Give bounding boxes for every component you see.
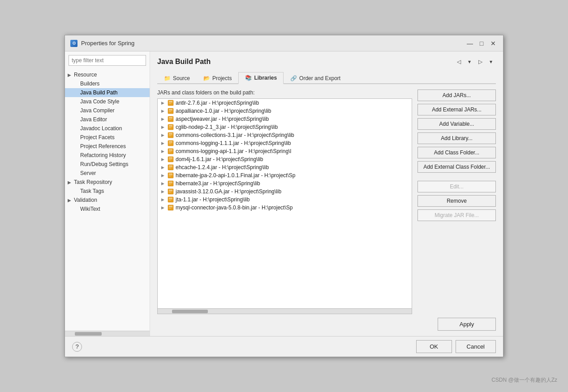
sidebar-list: ▶ResourceBuildersJava Build PathJava Cod… — [65, 69, 150, 331]
jar-item-name: ehcache-1.2.4.jar - H:\project\Spring\li… — [176, 164, 269, 170]
sidebar-item[interactable]: Java Compiler — [65, 106, 150, 115]
jar-expand-icon: ▶ — [161, 133, 166, 137]
maximize-button[interactable]: □ — [477, 39, 486, 48]
add-library-button[interactable]: Add Library... — [417, 132, 496, 144]
forward-arrow[interactable]: ▷ — [475, 57, 485, 67]
migrate-button: Migrate JAR File... — [417, 209, 496, 221]
jar-item[interactable]: ▶cglib-nodep-2.1_3.jar - H:\project\Spri… — [158, 123, 412, 131]
jar-expand-icon: ▶ — [161, 205, 166, 210]
sidebar-item[interactable]: ▶Task Repository — [65, 178, 150, 187]
sidebar-item-label: Task Tags — [80, 188, 104, 194]
sidebar-item[interactable]: ▶Validation — [65, 196, 150, 205]
add-class-folder-button[interactable]: Add Class Folder... — [417, 147, 496, 158]
sidebar-item[interactable]: Project Facets — [65, 133, 150, 142]
sidebar-item[interactable]: Run/Debug Settings — [65, 160, 150, 169]
sidebar-item[interactable]: ▶Resource — [65, 70, 150, 79]
jar-item[interactable]: ▶ehcache-1.2.4.jar - H:\project\Spring\l… — [158, 163, 412, 171]
svg-rect-21 — [169, 141, 172, 142]
sidebar-item[interactable]: WikiText — [65, 205, 150, 213]
tab-projects[interactable]: 📂Projects — [197, 72, 238, 84]
tab-order[interactable]: 🔗Order and Export — [284, 72, 347, 84]
tab-label-libraries: Libraries — [254, 75, 277, 81]
jar-item[interactable]: ▶hibernate3.jar - H:\project\Spring\lib — [158, 179, 412, 187]
buttons-panel: Add JARs...Add External JARs...Add Varia… — [417, 89, 496, 314]
jar-item[interactable]: ▶javassist-3.12.0.GA.jar - H:\project\Sp… — [158, 187, 412, 196]
jar-item[interactable]: ▶dom4j-1.6.1.jar - H:\project\Spring\lib — [158, 155, 412, 163]
svg-rect-23 — [169, 144, 171, 144]
jar-item-name: javassist-3.12.0.GA.jar - H:\project\Spr… — [176, 188, 281, 195]
sidebar-item-label: Builders — [80, 81, 99, 87]
sidebar-item-label: Server — [80, 170, 96, 176]
sidebar-item-label: Task Repository — [74, 179, 112, 185]
apply-button[interactable]: Apply — [438, 318, 496, 331]
svg-rect-13 — [169, 125, 172, 126]
add-jars-button[interactable]: Add JARs... — [417, 89, 496, 101]
jar-list[interactable]: ▶antlr-2.7.6.jar - H:\project\Spring\lib… — [157, 98, 412, 309]
forward-dropdown[interactable]: ▾ — [486, 57, 496, 67]
apply-row: Apply — [157, 318, 496, 331]
tab-libraries[interactable]: 📚Libraries — [238, 72, 284, 84]
dialog-bottom-bar: ? OK Cancel — [65, 336, 503, 357]
source-tab-icon: 📁 — [164, 75, 171, 81]
back-dropdown[interactable]: ▾ — [465, 57, 474, 67]
jar-expand-icon: ▶ — [161, 117, 166, 121]
svg-rect-39 — [169, 176, 171, 176]
sidebar-item[interactable]: Java Editor — [65, 115, 150, 124]
jar-item[interactable]: ▶aopalliance-1.0.jar - H:\project\Spring… — [158, 107, 412, 115]
sidebar-item[interactable]: Java Build Path — [65, 88, 150, 97]
sidebar-item[interactable]: Builders — [65, 79, 150, 88]
jar-item[interactable]: ▶commons-logging-api-1.1.jar - H:\projec… — [158, 147, 412, 155]
jar-item[interactable]: ▶aspectjweaver.jar - H:\project\Spring\l… — [158, 115, 412, 123]
svg-rect-5 — [169, 109, 172, 110]
svg-rect-47 — [169, 192, 171, 192]
sidebar-item-label: WikiText — [80, 206, 100, 212]
jar-expand-icon: ▶ — [161, 165, 166, 170]
sidebar-item-label: Java Code Style — [80, 98, 119, 105]
close-button[interactable]: ✕ — [489, 39, 498, 48]
jar-scrollbar — [157, 309, 412, 314]
cancel-button[interactable]: Cancel — [456, 340, 496, 353]
projects-tab-icon: 📂 — [203, 75, 210, 81]
add-variable-button[interactable]: Add Variable... — [417, 118, 496, 130]
jar-file-icon — [168, 172, 174, 179]
ok-button[interactable]: OK — [416, 340, 452, 353]
back-arrow[interactable]: ◁ — [454, 57, 464, 67]
jar-item[interactable]: ▶commons-logging-1.1.1.jar - H:\project\… — [158, 139, 412, 147]
jar-item[interactable]: ▶mysql-connector-java-5.0.8-bin.jar - H:… — [158, 204, 412, 212]
sidebar-item-label: Refactoring History — [80, 152, 126, 158]
sidebar-item[interactable]: Server — [65, 169, 150, 178]
jar-item-name: hibernate-jpa-2.0-api-1.0.1.Final.jar - … — [176, 172, 295, 179]
tab-source[interactable]: 📁Source — [157, 72, 197, 84]
chevron-icon: ▶ — [68, 180, 72, 185]
svg-rect-35 — [169, 168, 171, 168]
filter-input[interactable] — [69, 55, 146, 66]
sidebar-item[interactable]: Javadoc Location — [65, 124, 150, 133]
titlebar-left: ⚙ Properties for Spring — [70, 40, 134, 47]
jar-item[interactable]: ▶commons-collections-3.1.jar - H:\projec… — [158, 131, 412, 139]
jar-item[interactable]: ▶hibernate-jpa-2.0-api-1.0.1.Final.jar -… — [158, 171, 412, 179]
edit-button: Edit... — [417, 181, 496, 192]
sidebar-item[interactable]: Project References — [65, 142, 150, 151]
nav-arrows: ◁ ▾ ▷ ▾ — [454, 57, 496, 67]
sidebar-item-label: Run/Debug Settings — [80, 161, 128, 167]
sidebar-item[interactable]: Java Code Style — [65, 97, 150, 106]
svg-rect-14 — [169, 127, 172, 127]
svg-rect-45 — [169, 190, 172, 191]
add-external-class-folder-button[interactable]: Add External Class Folder... — [417, 161, 496, 173]
remove-button[interactable]: Remove — [417, 195, 496, 207]
svg-rect-25 — [169, 149, 172, 150]
jar-expand-icon: ▶ — [161, 189, 166, 194]
jar-file-icon — [168, 196, 174, 203]
add-external-jars-button[interactable]: Add External JARs... — [417, 104, 496, 115]
sidebar-item[interactable]: Task Tags — [65, 187, 150, 196]
sidebar-item[interactable]: Refactoring History — [65, 151, 150, 160]
content-area: JARs and class folders on the build path… — [157, 89, 496, 314]
svg-rect-37 — [169, 174, 172, 175]
jar-item[interactable]: ▶antlr-2.7.6.jar - H:\project\Spring\lib — [158, 99, 412, 107]
minimize-button[interactable]: — — [465, 39, 474, 48]
jar-file-icon — [168, 116, 174, 122]
sidebar-scrollbar-thumb — [75, 332, 102, 336]
sidebar: ▶ResourceBuildersJava Build PathJava Cod… — [65, 51, 150, 336]
jar-item[interactable]: ▶jta-1.1.jar - H:\project\Spring\lib — [158, 196, 412, 204]
help-button[interactable]: ? — [72, 342, 82, 352]
